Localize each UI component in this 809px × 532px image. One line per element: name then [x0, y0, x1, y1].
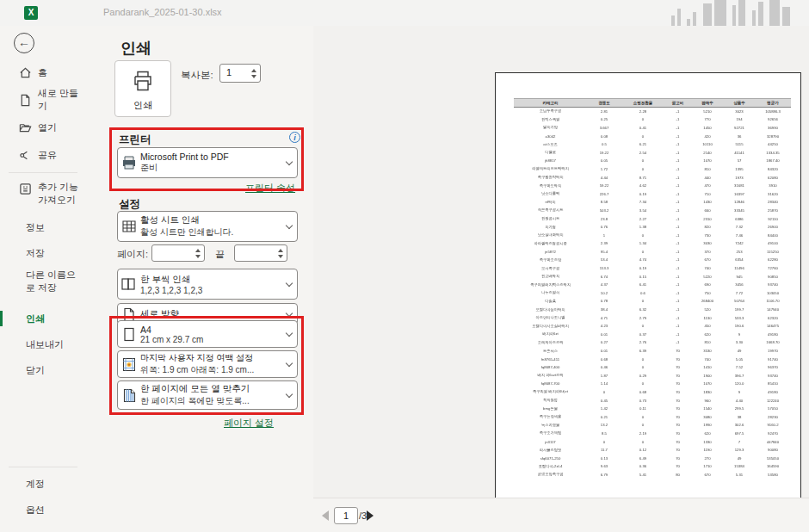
table-cell: 1867.40	[755, 157, 791, 165]
table-row: 족구의열패치픽스즈짝지4.376.41-1690345693740	[514, 281, 791, 289]
table-cell: 31620	[755, 189, 791, 198]
table-cell: 1190	[691, 446, 724, 455]
pages-from-stepper[interactable]	[151, 244, 205, 262]
table-cell: 820	[691, 223, 724, 232]
excel-backstage-window: X Pandarank_2025-01-30.xlsx ← 홈 새로 만들기	[0, 0, 809, 532]
table-cell: -1	[664, 247, 691, 256]
table-cell: -1	[664, 198, 691, 207]
sidebar-item-close[interactable]: 닫기	[0, 360, 86, 380]
table-cell: 2.39	[587, 239, 621, 248]
portrait-page-icon	[118, 307, 140, 322]
sidebar-item-export[interactable]: 내보내기	[0, 334, 86, 355]
table-cell: 122240	[755, 396, 791, 405]
table-cell: 0	[621, 247, 664, 256]
table-cell: -1	[664, 140, 691, 149]
table-cell: 710	[691, 189, 724, 198]
table-cell: 0.37	[621, 330, 664, 338]
table-cell: 440	[691, 173, 724, 182]
table-row: fq8687-4000.4607014107.5296370	[514, 363, 791, 372]
table-cell: -1	[664, 306, 691, 314]
sidebar-item-print[interactable]: 인쇄	[0, 308, 86, 329]
table-cell: 4.40	[724, 396, 755, 405]
table-cell: 족구는장세울	[514, 412, 587, 421]
previous-page-arrow-icon[interactable]	[322, 510, 329, 521]
sidebar-item-open[interactable]: 열기	[0, 117, 86, 138]
table-cell: 2.54	[621, 148, 664, 157]
table-cell: 730	[691, 231, 724, 239]
table-row: 모서족구공153.30.19-17401149672760	[514, 264, 791, 273]
table-cell: 0.76	[587, 223, 621, 232]
settings-section-label: 설정	[119, 197, 140, 212]
table-cell: sfq6071-250	[514, 454, 587, 462]
table-row: 발지가방3.6670.41-114509272136990	[514, 123, 791, 132]
sidebar-item-info[interactable]: 정보	[0, 217, 86, 238]
margins-dropdown[interactable]: 마지막 사용자 지정 여백 설정 위쪽: 1.9 cm 아래쪽: 1.9 cm.…	[117, 350, 298, 378]
stepper-arrows-icon[interactable]	[275, 245, 287, 261]
table-cell: -1	[664, 123, 691, 132]
sidebar-item-save-as[interactable]: 다른 이름으로 저장	[0, 269, 86, 298]
copies-stepper[interactable]: 1	[219, 64, 261, 83]
table-cell: 낫소다룰백	[514, 189, 587, 198]
collation-dropdown[interactable]: 한 부씩 인쇄 1,2,3 1,2,3 1,2,3	[117, 269, 298, 300]
back-button[interactable]: ←	[14, 33, 34, 53]
table-cell: 굳생모앙족구굼	[514, 470, 587, 479]
current-page-input[interactable]: 1	[334, 507, 358, 524]
table-row: 조레제아즈즈짝0.272.76-18103.301668.70	[514, 338, 791, 347]
sidebar-item-label: 열기	[38, 121, 57, 134]
table-cell: 96370	[755, 363, 791, 372]
table-cell: 2.81	[587, 107, 621, 115]
table-cell: 4.74	[621, 256, 664, 264]
table-cell: 105886.3	[755, 107, 791, 115]
chevron-down-icon	[281, 363, 297, 366]
table-row: 작은족구공시트503.23.54-16603334525870	[514, 206, 791, 214]
sidebar-item-account[interactable]: 계정	[0, 473, 86, 494]
preview-table: 카테고리경쟁도쇼핑전환율광고비판매수상품수평균가 조남두족구공2.812.28-…	[514, 98, 791, 479]
table-cell: 670	[691, 256, 724, 264]
table-cell: 1070	[691, 380, 724, 388]
table-cell: 93740	[755, 371, 791, 380]
print-what-value: 활성 시트 인쇄	[140, 214, 281, 226]
sidebar-item-home[interactable]: 홈	[0, 62, 86, 83]
sidebar-item-options[interactable]: 옵션	[0, 499, 86, 520]
sidebar-item-share[interactable]: 공유	[0, 145, 86, 165]
printer-properties-link[interactable]: 프린터 속성	[245, 182, 295, 195]
table-header-cell: 평균가	[755, 98, 791, 107]
chevron-down-icon	[281, 226, 297, 228]
addins-icon	[19, 182, 32, 195]
table-cell: -1	[664, 115, 691, 124]
table-cell: 70	[664, 371, 691, 380]
table-row: 지가형0.761.38-18207.3226900	[514, 223, 791, 232]
chevron-down-icon	[281, 394, 297, 397]
table-cell: -1	[664, 330, 691, 338]
pages-to-stepper[interactable]	[234, 244, 287, 262]
stepper-arrows-icon[interactable]	[248, 65, 260, 82]
table-cell: 57	[724, 157, 755, 165]
collation-value: 한 부씩 인쇄	[140, 274, 281, 286]
info-icon[interactable]: i	[289, 132, 300, 143]
table-cell: 족구왕전략짝지	[514, 173, 587, 182]
next-page-arrow-icon[interactable]	[367, 510, 374, 521]
sidebar-item-addins[interactable]: 추가 기능 가져오기	[0, 181, 86, 210]
paper-size-dropdown[interactable]: A4 21 cm x 29.7 cm	[117, 320, 298, 348]
table-cell: 328790	[755, 132, 791, 140]
printer-dropdown[interactable]: Microsoft Print to PDF 준비	[117, 147, 298, 178]
print-button-label: 인쇄	[115, 99, 170, 112]
sidebar-item-new[interactable]: 새로 만들기	[0, 90, 86, 110]
table-cell: 49	[724, 454, 755, 462]
table-cell: 아즈언티나오니엘	[514, 313, 587, 322]
table-cell: nf짝지	[514, 198, 587, 207]
table-cell: -1	[664, 173, 691, 182]
print-what-dropdown[interactable]: 활성 시트 인쇄 활성 시트만 인쇄합니다.	[117, 211, 298, 242]
chevron-down-icon	[281, 162, 297, 164]
table-cell: 3530	[691, 346, 724, 355]
table-cell: 28230	[755, 412, 791, 421]
sidebar-item-save[interactable]: 저장	[0, 243, 86, 263]
scaling-dropdown[interactable]: 한 페이지에 모든 열 맞추기 한 페이지의 폭에만 맞도록...	[117, 380, 298, 410]
table-cell: 690	[691, 281, 724, 289]
stepper-arrows-icon[interactable]	[192, 245, 204, 261]
table-cell: 7	[724, 437, 755, 446]
page-setup-link[interactable]: 페이지 설정	[224, 417, 274, 430]
table-cell: 6.32	[621, 306, 664, 314]
print-button[interactable]: 인쇄	[114, 60, 171, 117]
table-cell: 146475	[755, 322, 791, 331]
